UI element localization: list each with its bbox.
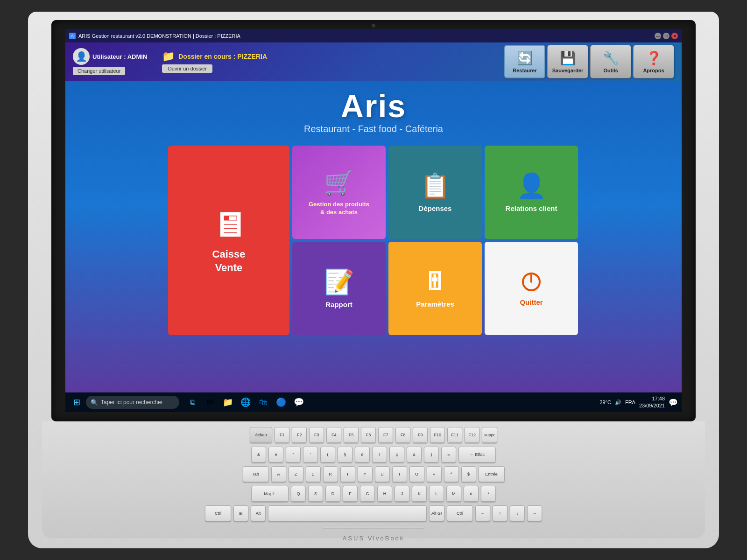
key-delete[interactable]: suppr xyxy=(482,427,497,443)
key-tab[interactable]: Tab xyxy=(243,466,269,482)
laptop-shell: A ARIS Gestion restaurant v2.0 DEMONSTRA… xyxy=(28,12,719,548)
key-paren[interactable]: ( xyxy=(320,447,335,462)
parametres-tile[interactable]: 🎚 Paramètres xyxy=(388,242,482,335)
touchpad[interactable] xyxy=(322,527,425,529)
start-button[interactable]: ⊞ xyxy=(69,395,84,410)
apropos-button[interactable]: ❓ Apropos xyxy=(633,45,674,78)
app7-button[interactable]: 💬 xyxy=(290,394,307,411)
key-ccedil[interactable]: ç xyxy=(389,447,404,462)
key-backspace[interactable]: ← Effac xyxy=(458,447,496,462)
key-apos[interactable]: ' xyxy=(303,447,318,462)
maximize-button[interactable]: □ xyxy=(663,33,669,39)
key-left[interactable]: ← xyxy=(475,505,490,521)
key-f2[interactable]: F2 xyxy=(292,427,307,443)
edge-button[interactable]: 🌐 xyxy=(237,394,254,411)
key-rparen[interactable]: ) xyxy=(424,447,439,462)
key-f[interactable]: F xyxy=(343,486,358,502)
search-box[interactable]: 🔍 Taper ici pour rechercher xyxy=(86,396,179,409)
key-echap[interactable]: échap xyxy=(250,427,272,443)
task-view-button[interactable]: ⧉ xyxy=(184,394,201,411)
key-g[interactable]: G xyxy=(360,486,375,502)
key-star[interactable]: * xyxy=(481,486,496,502)
app7-icon: 💬 xyxy=(294,397,304,407)
key-equals[interactable]: = xyxy=(441,447,456,462)
key-up[interactable]: ↑ xyxy=(493,505,507,521)
key-o[interactable]: O xyxy=(409,466,424,482)
key-win[interactable]: ⊞ xyxy=(233,505,248,521)
depenses-tile[interactable]: 📋 Dépenses xyxy=(388,146,482,239)
files-app-button[interactable]: 📁 xyxy=(219,394,236,411)
key-j[interactable]: J xyxy=(395,486,409,502)
key-f12[interactable]: F12 xyxy=(465,427,479,443)
mail-app-button[interactable]: ✉ xyxy=(202,394,218,411)
key-t[interactable]: T xyxy=(340,466,355,482)
key-space[interactable] xyxy=(268,505,427,521)
quitter-tile[interactable]: Quitter xyxy=(485,242,578,335)
key-l[interactable]: L xyxy=(429,486,444,502)
key-i[interactable]: I xyxy=(392,466,407,482)
close-button[interactable]: ✕ xyxy=(671,33,678,39)
key-z[interactable]: Z xyxy=(289,466,303,482)
key-para[interactable]: § xyxy=(338,447,352,462)
key-caret[interactable]: ^ xyxy=(444,466,459,482)
key-majuscule[interactable]: Maj ⇧ xyxy=(251,486,289,502)
key-f1[interactable]: F1 xyxy=(275,427,289,443)
minimize-button[interactable]: — xyxy=(655,33,661,39)
key-s[interactable]: S xyxy=(308,486,323,502)
key-d[interactable]: D xyxy=(325,486,340,502)
key-f7[interactable]: F7 xyxy=(378,427,393,443)
restaurer-button[interactable]: 🔄 Restaurer xyxy=(504,45,545,78)
edge-icon: 🌐 xyxy=(240,397,251,407)
key-amp[interactable]: & xyxy=(251,447,266,462)
key-f6[interactable]: F6 xyxy=(361,427,376,443)
open-dossier-button[interactable]: Ouvrir un dossier xyxy=(162,64,212,73)
key-y[interactable]: Y xyxy=(358,466,373,482)
notification-icon[interactable]: 💬 xyxy=(669,398,678,407)
relations-client-tile[interactable]: 👤 Relations client xyxy=(485,146,578,239)
sauvegarder-icon: 💾 xyxy=(560,50,576,66)
keyboard: échap F1 F2 F3 F4 F5 F6 F7 F8 F9 F10 F11… xyxy=(42,421,705,538)
title-bar-controls[interactable]: — □ ✕ xyxy=(655,33,678,39)
key-ctrl-right[interactable]: Ctrl xyxy=(447,505,473,521)
key-alt[interactable]: Alt xyxy=(251,505,266,521)
app-title-main: Aris xyxy=(304,90,443,122)
key-r[interactable]: R xyxy=(323,466,338,482)
key-excl[interactable]: ! xyxy=(372,447,387,462)
key-quote[interactable]: " xyxy=(286,447,301,462)
key-a[interactable]: A xyxy=(271,466,286,482)
store-button[interactable]: 🛍 xyxy=(255,394,272,411)
key-altgr[interactable]: Alt Gr xyxy=(429,505,444,521)
key-ctrl-left[interactable]: Ctrl xyxy=(205,505,231,521)
key-down[interactable]: ↓ xyxy=(510,505,525,521)
sound-icon[interactable]: 🔊 xyxy=(615,399,621,406)
outils-button[interactable]: 🔧 Outils xyxy=(590,45,631,78)
key-eacute[interactable]: é xyxy=(268,447,283,462)
caisse-vente-tile[interactable]: 🖥 CaisseVente xyxy=(168,146,289,335)
key-k[interactable]: K xyxy=(412,486,427,502)
laptop-brand: ASUS VivoBook xyxy=(343,535,405,542)
rapport-tile[interactable]: 📝 Rapport xyxy=(292,242,386,335)
key-ugrave[interactable]: ù xyxy=(464,486,479,502)
key-f10[interactable]: F10 xyxy=(430,427,445,443)
key-right[interactable]: → xyxy=(527,505,542,521)
key-q[interactable]: Q xyxy=(291,486,306,502)
key-f3[interactable]: F3 xyxy=(309,427,324,443)
key-e[interactable]: E xyxy=(306,466,321,482)
key-egrave[interactable]: è xyxy=(355,447,370,462)
key-p[interactable]: P xyxy=(427,466,442,482)
key-f11[interactable]: F11 xyxy=(447,427,462,443)
key-f5[interactable]: F5 xyxy=(344,427,359,443)
sauvegarder-button[interactable]: 💾 Sauvegarder xyxy=(547,45,588,78)
change-user-button[interactable]: Changer utilisateur xyxy=(73,67,125,75)
key-u[interactable]: U xyxy=(375,466,390,482)
key-dollar[interactable]: $ xyxy=(461,466,476,482)
key-f4[interactable]: F4 xyxy=(326,427,341,443)
key-f9[interactable]: F9 xyxy=(413,427,428,443)
key-h[interactable]: H xyxy=(377,486,392,502)
key-m[interactable]: M xyxy=(446,486,461,502)
chrome-button[interactable]: 🔵 xyxy=(273,394,289,411)
key-f8[interactable]: F8 xyxy=(395,427,410,443)
key-agrave[interactable]: à xyxy=(407,447,422,462)
gestion-produits-tile[interactable]: 🛒 Gestion des produits& des achats xyxy=(292,146,386,239)
key-enter[interactable]: Entrée xyxy=(479,466,505,482)
